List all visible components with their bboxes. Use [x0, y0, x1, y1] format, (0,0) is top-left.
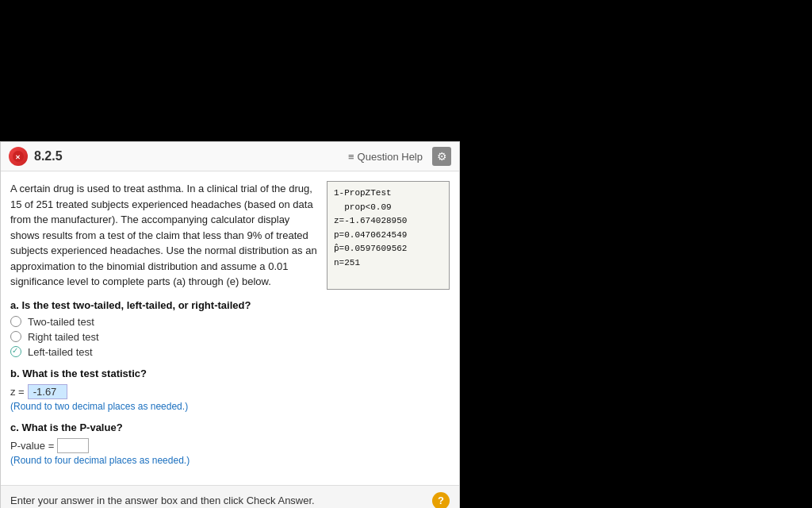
help-icon: ?	[438, 495, 444, 506]
pvalue-line: P-value =	[10, 438, 450, 453]
calc-line-1: 1-PropZTest	[334, 187, 442, 201]
radio-left-tailed[interactable]: Left-tailed test	[10, 346, 450, 358]
radio-left-tailed-circle[interactable]	[10, 346, 21, 357]
radio-two-tailed-label: Two-tailed test	[28, 316, 94, 328]
list-icon: ≡	[348, 151, 354, 163]
radio-two-tailed[interactable]: Two-tailed test	[10, 316, 450, 328]
radio-left-tailed-label: Left-tailed test	[28, 346, 93, 358]
section-number: 8.2.5	[34, 149, 63, 164]
answer-entry-bar: Enter your answer in the answer box and …	[1, 485, 459, 509]
z-value-display: -1.67	[28, 384, 67, 399]
questions-section: a. Is the test two-tailed, left-tailed, …	[1, 299, 459, 485]
calculator-display: 1-PropZTest prop<0.09z=-1.674028950p=0.0…	[327, 181, 450, 290]
header-bar: ✕ 8.2.5 ≡ Question Help ⚙	[1, 142, 459, 171]
z-label: z =	[10, 386, 25, 398]
content-area: A certain drug is used to treat asthma. …	[1, 171, 459, 299]
header-left: ✕ 8.2.5	[9, 147, 63, 166]
section-c: c. What is the P-value? P-value = (Round…	[10, 421, 450, 466]
part-c-hint: (Round to four decimal places as needed.…	[10, 455, 450, 466]
question-help-label: Question Help	[358, 151, 423, 163]
calc-line-6: n=251	[334, 256, 442, 271]
part-b-hint: (Round to two decimal places as needed.)	[10, 401, 450, 412]
question-text: A certain drug is used to treat asthma. …	[10, 181, 317, 290]
calc-line-4: p=0.0470624549	[334, 229, 442, 243]
radio-two-tailed-circle[interactable]	[10, 316, 21, 327]
radio-group-a: Two-tailed test Right tailed test Left-t…	[10, 316, 450, 358]
question-help-button[interactable]: ≡ Question Help	[348, 151, 423, 163]
right-panel	[460, 141, 812, 508]
z-value-line: z = -1.67	[10, 384, 450, 399]
calc-line-3: z=-1.674028950	[334, 214, 442, 229]
gear-icon: ⚙	[437, 150, 447, 163]
p-value-input[interactable]	[57, 438, 89, 453]
calc-line-2: prop<0.09	[334, 201, 442, 215]
header-right: ≡ Question Help ⚙	[348, 147, 451, 166]
svg-text:✕: ✕	[15, 154, 21, 161]
help-button[interactable]: ?	[432, 492, 450, 509]
section-a: a. Is the test two-tailed, left-tailed, …	[10, 299, 450, 358]
radio-right-tailed-label: Right tailed test	[28, 331, 99, 343]
part-c-label: c. What is the P-value?	[10, 421, 450, 433]
part-a-label: a. Is the test two-tailed, left-tailed, …	[10, 299, 450, 311]
p-label: P-value =	[10, 440, 54, 452]
logo-icon: ✕	[9, 147, 28, 166]
part-b-label: b. What is the test statistic?	[10, 368, 450, 379]
section-b: b. What is the test statistic? z = -1.67…	[10, 368, 450, 412]
radio-right-tailed[interactable]: Right tailed test	[10, 331, 450, 343]
calc-line-5: p̂=0.0597609562	[334, 242, 442, 256]
settings-button[interactable]: ⚙	[432, 147, 451, 166]
radio-right-tailed-circle[interactable]	[10, 331, 21, 342]
answer-entry-text: Enter your answer in the answer box and …	[10, 495, 315, 506]
